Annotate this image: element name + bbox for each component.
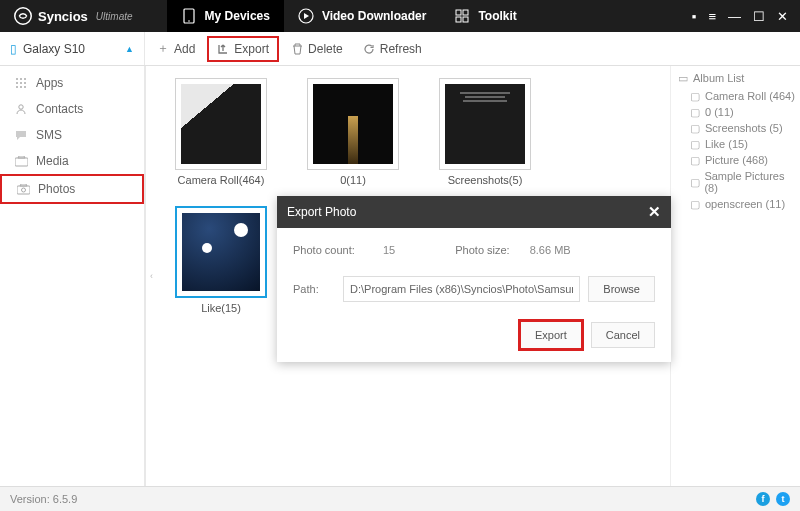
chevron-left-icon: ‹ [150,271,153,281]
list-item[interactable]: ▢openscreen (11) [677,196,796,212]
btn-label: Refresh [380,42,422,56]
sidebar-item-photos[interactable]: Photos [0,174,144,204]
list-item[interactable]: ▢0 (11) [677,104,796,120]
photo-count-label: Photo count: [293,244,363,256]
album-label: Like(15) [201,302,241,314]
album-like[interactable]: Like(15) [167,206,275,314]
svg-point-12 [20,82,22,84]
svg-point-2 [188,20,190,22]
list-item[interactable]: ▢Screenshots (5) [677,120,796,136]
photos-icon [16,182,30,196]
sidebar: Apps Contacts SMS Media Photos [0,66,145,486]
album-list-panel: ▭ Album List ▢Camera Roll (464) ▢0 (11) … [670,66,800,486]
photo-size-value: 8.66 MB [530,244,571,256]
image-icon: ▢ [689,90,701,102]
svg-rect-7 [463,17,468,22]
message-icon[interactable]: ▪ [692,9,697,24]
btn-label: Add [174,42,195,56]
cancel-button[interactable]: Cancel [591,322,655,348]
svg-point-17 [19,105,23,109]
album-thumb [175,206,267,298]
album-thumb [307,78,399,170]
sidebar-label: SMS [36,128,62,142]
delete-button[interactable]: Delete [283,38,351,60]
facebook-icon[interactable]: f [756,492,770,506]
refresh-button[interactable]: Refresh [355,38,430,60]
sidebar-item-contacts[interactable]: Contacts [0,96,144,122]
album-label: 0(11) [340,174,366,186]
close-icon[interactable]: ✕ [648,203,661,221]
export-button[interactable]: Export [207,36,279,62]
btn-label: Delete [308,42,343,56]
svg-rect-5 [463,10,468,15]
tab-my-devices[interactable]: My Devices [167,0,284,32]
image-icon: ▢ [689,198,701,210]
export-photo-dialog: Export Photo ✕ Photo count: 15 Photo siz… [277,196,671,362]
device-name: Galaxy S10 [23,42,85,56]
svg-rect-6 [456,17,461,22]
add-button[interactable]: ＋ Add [149,38,203,60]
device-selector[interactable]: ▯ Galaxy S10 ▲ [0,32,145,65]
sidebar-item-media[interactable]: Media [0,148,144,174]
svg-point-0 [15,8,32,25]
play-circle-icon [298,8,314,24]
album-label: Camera Roll(464) [178,174,265,186]
path-label: Path: [293,283,335,295]
browse-button[interactable]: Browse [588,276,655,302]
app-name: Syncios [38,9,88,24]
path-input[interactable] [343,276,580,302]
tab-video-downloader[interactable]: Video Downloader [284,0,440,32]
app-edition: Ultimate [96,11,133,22]
grid-icon [454,8,470,24]
dialog-body: Photo count: 15 Photo size: 8.66 MB Path… [277,228,671,362]
sidebar-collapse-handle[interactable]: ‹ [145,66,157,486]
album-zero[interactable]: 0(11) [299,78,407,186]
list-item[interactable]: ▢Picture (468) [677,152,796,168]
maximize-button[interactable]: ☐ [753,9,765,24]
phone-icon [181,8,197,24]
app-logo: Syncios Ultimate [0,7,147,25]
image-icon: ▢ [689,176,700,188]
image-icon: ▢ [689,154,701,166]
dialog-title-bar: Export Photo ✕ [277,196,671,228]
album-screenshots[interactable]: Screenshots(5) [431,78,539,186]
social-links: f t [756,492,790,506]
twitter-icon[interactable]: t [776,492,790,506]
folder-icon: ▭ [677,72,689,84]
image-icon: ▢ [689,106,701,118]
tab-label: My Devices [205,9,270,23]
svg-point-13 [24,82,26,84]
list-item[interactable]: ▢Camera Roll (464) [677,88,796,104]
album-thumb [439,78,531,170]
svg-point-10 [24,78,26,80]
album-camera-roll[interactable]: Camera Roll(464) [167,78,275,186]
sidebar-item-sms[interactable]: SMS [0,122,144,148]
window-controls: ▪ ≡ — ☐ ✕ [692,9,800,24]
export-confirm-button[interactable]: Export [521,322,581,348]
plus-icon: ＋ [157,43,169,55]
sidebar-label: Media [36,154,69,168]
list-item[interactable]: ▢Like (15) [677,136,796,152]
contacts-icon [14,102,28,116]
sidebar-item-apps[interactable]: Apps [0,70,144,96]
tab-toolkit[interactable]: Toolkit [440,0,530,32]
list-item[interactable]: ▢Sample Pictures (8) [677,168,796,196]
svg-point-20 [21,188,25,192]
media-icon [14,154,28,168]
close-button[interactable]: ✕ [777,9,788,24]
album-label: Screenshots(5) [448,174,523,186]
sidebar-label: Photos [38,182,75,196]
svg-point-11 [16,82,18,84]
menu-icon[interactable]: ≡ [708,9,716,24]
album-thumb [175,78,267,170]
minimize-button[interactable]: — [728,9,741,24]
svg-point-8 [16,78,18,80]
version-label: Version: 6.5.9 [10,493,77,505]
sidebar-label: Contacts [36,102,83,116]
album-list-title: ▭ Album List [677,72,796,84]
trash-icon [291,43,303,55]
apps-icon [14,76,28,90]
chevron-up-icon: ▲ [125,44,134,54]
svg-point-14 [16,86,18,88]
nav-tabs: My Devices Video Downloader Toolkit [167,0,531,32]
